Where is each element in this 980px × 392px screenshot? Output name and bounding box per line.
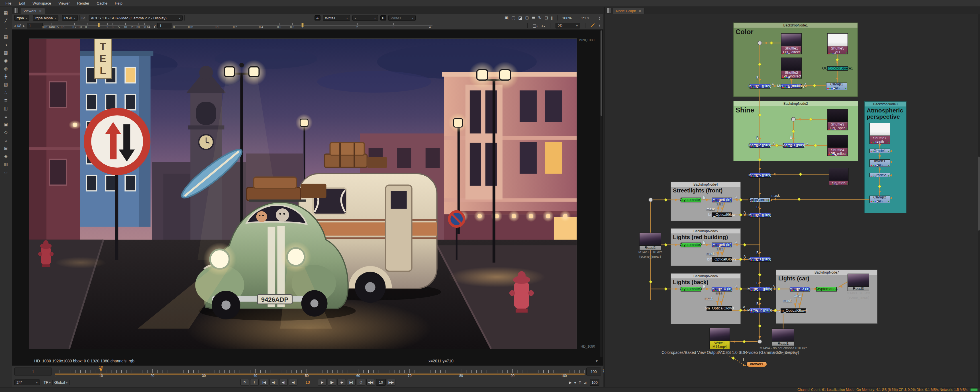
zoom-level[interactable]: 100% bbox=[562, 16, 571, 20]
node-merge11[interactable]: Merge11 (plus) bbox=[749, 287, 770, 292]
plugins-tool-icon[interactable]: ○ bbox=[2, 137, 10, 143]
channel-select[interactable]: RGB▾ bbox=[62, 15, 78, 21]
node-shuffle2[interactable]: Shuffle2LPE_indirect bbox=[781, 57, 802, 79]
gain-slider-handle[interactable] bbox=[98, 23, 100, 27]
out-point-button[interactable]: O bbox=[357, 379, 365, 386]
gain-field[interactable]: 1 bbox=[27, 23, 43, 29]
record-icon[interactable]: ● bbox=[574, 380, 576, 385]
node-invert1[interactable]: Invert1(all) bbox=[869, 159, 890, 167]
range-slider-icon[interactable]: ⊿ bbox=[584, 380, 587, 385]
particles-tool-icon[interactable]: ∴ bbox=[2, 89, 10, 96]
timeline-ruler[interactable]: 110203040506070809010010 bbox=[55, 367, 585, 377]
gamma-field[interactable]: 1 bbox=[157, 23, 172, 29]
alpha-layer-select[interactable]: rgba.alpha▾ bbox=[33, 15, 58, 21]
node-bm_opticalglow2[interactable]: bm_OpticalGlow2 bbox=[712, 257, 732, 262]
node-shuffle1[interactable]: Shuffle1LPE_direct bbox=[781, 33, 802, 54]
goto-start-button[interactable]: |◀ bbox=[260, 379, 268, 386]
gamma-slider-handle[interactable] bbox=[302, 23, 304, 27]
toolsets-tool-icon[interactable]: ▣ bbox=[2, 121, 10, 127]
goto-end-button[interactable]: ▶| bbox=[347, 379, 356, 386]
node-clamp1[interactable]: Clamp1(all) bbox=[826, 83, 847, 90]
close-icon[interactable]: ✕ bbox=[638, 9, 641, 13]
node-shuffle7[interactable]: Shuffle7depth bbox=[869, 123, 890, 144]
fstop-increase-icon[interactable]: ▸ bbox=[23, 24, 25, 28]
frame-increment-field[interactable]: 10 bbox=[376, 379, 386, 386]
a-input-select[interactable]: Write1▾ bbox=[323, 15, 350, 21]
node-merge5[interactable]: Merge5 (plus) bbox=[749, 173, 770, 178]
node-merge13[interactable]: Merge13 (in) bbox=[790, 287, 810, 292]
pause-icon[interactable]: ‖ bbox=[551, 16, 553, 21]
frame-display-icon[interactable]: ▣ bbox=[504, 15, 509, 21]
layer-stack-icon[interactable]: ≣ bbox=[531, 15, 535, 21]
merge-tool-icon[interactable]: ◎ bbox=[2, 65, 10, 72]
menu-cache[interactable]: Cache bbox=[93, 0, 111, 7]
pane-grip-icon[interactable] bbox=[607, 8, 611, 13]
node-clamp2[interactable]: Clamp2(all) bbox=[869, 195, 890, 203]
info-bar-chevron-icon[interactable]: ▾ bbox=[596, 359, 598, 363]
viewer-canvas[interactable]: TEL bbox=[12, 30, 603, 365]
node-grade2[interactable]: Grade2 bbox=[869, 173, 890, 177]
loop-mode-button[interactable]: ↻ bbox=[240, 379, 249, 386]
step-back-button[interactable]: ◀| bbox=[279, 379, 288, 386]
lock-range-icon[interactable]: ⊓ bbox=[579, 380, 581, 385]
step-forward-button[interactable]: |▶ bbox=[328, 379, 336, 386]
roi-icon[interactable]: ⊡ bbox=[544, 15, 548, 21]
node-grade1[interactable]: Grade1 bbox=[869, 149, 890, 153]
node-write1[interactable]: Write1M14.mp4 bbox=[710, 328, 730, 349]
range-mode-select[interactable]: Global ▾ bbox=[54, 380, 67, 385]
keyer-tool-icon[interactable]: ◉ bbox=[2, 57, 10, 64]
image-tool-icon[interactable]: ▦ bbox=[2, 10, 10, 16]
node-read3[interactable]: Read3M14v3_010.exr(scene_linear) bbox=[848, 274, 869, 300]
time-tool-icon[interactable]: ◔ bbox=[2, 25, 10, 32]
transform-handles-icon[interactable]: +▾ bbox=[541, 23, 545, 28]
skip-forward-button[interactable]: ▶▶ bbox=[387, 379, 395, 386]
node-merge3[interactable]: Merge3 (plus) bbox=[783, 143, 804, 148]
range-start-field[interactable]: 1 bbox=[14, 368, 52, 376]
ab-mode-select[interactable]: -▾ bbox=[352, 15, 378, 21]
node-merge4[interactable]: Merge4 (multiply) bbox=[781, 84, 802, 89]
deep-tool-icon[interactable]: ≣ bbox=[2, 97, 10, 104]
node-merge7[interactable]: Merge7 (plus) bbox=[749, 213, 770, 217]
node-merge2[interactable]: Merge2 (plus) bbox=[749, 143, 770, 148]
node-read2[interactable]: Read2M14v3_010.exr(scene_linear) bbox=[639, 233, 661, 259]
draw-tool-icon[interactable]: ╱ bbox=[2, 17, 10, 24]
input-process-toggle[interactable]: IP bbox=[81, 16, 85, 20]
menu-viewer[interactable]: Viewer bbox=[55, 0, 73, 7]
gamma-slider[interactable]: 00.010.10.20.40.60.81234 bbox=[173, 23, 433, 29]
node-cryptomatte4[interactable]: Cryptomatte4 bbox=[816, 287, 837, 292]
menu-file[interactable]: File bbox=[2, 0, 15, 7]
node-merge12[interactable]: Merge12 (plus) bbox=[749, 308, 770, 313]
in-point-button[interactable]: I bbox=[250, 379, 259, 386]
node-cryptomatte3[interactable]: Cryptomatte3 bbox=[681, 287, 701, 292]
b-input-select[interactable]: Write1▾ bbox=[388, 15, 416, 21]
color-tool-icon[interactable]: ◑ bbox=[2, 41, 10, 48]
menu-render[interactable]: Render bbox=[73, 0, 93, 7]
range-end-field[interactable]: 100 bbox=[590, 379, 600, 386]
gain-slider[interactable]: 0.0156250.030.050.10.20.30.5123510203050… bbox=[44, 23, 150, 29]
display-transform-select[interactable]: ACES 1.0 - SDR-video (Gamma 2.2 - Displa… bbox=[89, 15, 183, 21]
viewer-scrollbar[interactable] bbox=[600, 30, 603, 357]
node-bm_opticalglow3[interactable]: bm_OpticalGlow3 bbox=[706, 306, 732, 311]
node-bm_opticalglow1[interactable]: bm_OpticalGlow bbox=[712, 212, 732, 217]
range-end-display[interactable]: 100 bbox=[586, 368, 601, 376]
fstop-decrease-icon[interactable]: ◂ bbox=[14, 24, 16, 28]
composite-icon[interactable]: ⊟ bbox=[525, 15, 529, 21]
node-merge9[interactable]: Merge9 (plus) bbox=[749, 257, 770, 262]
3d-tool-icon[interactable]: ▧ bbox=[2, 81, 10, 88]
collapse-toolbar-icon[interactable]: ∨∨ bbox=[598, 16, 601, 20]
prev-keyframe-button[interactable]: ◀· bbox=[269, 379, 278, 386]
wipe-icon[interactable]: ◪ bbox=[518, 15, 522, 21]
playback-viewer-icon[interactable]: ▶ bbox=[569, 380, 572, 385]
transform-tool-icon[interactable]: ╋ bbox=[2, 73, 10, 80]
pixel-aspect-select[interactable]: 1:1 ▾ bbox=[581, 16, 589, 20]
node-shuffle5[interactable]: Shuffle5AO bbox=[827, 33, 848, 54]
node-cryptomatte1[interactable]: Cryptomatte1 bbox=[681, 198, 701, 202]
node-shuffle4[interactable]: Shuffle4LPE_reflect bbox=[827, 135, 848, 156]
filter-tool-icon[interactable]: ▩ bbox=[2, 49, 10, 56]
furnace-tool-icon[interactable]: ▥ bbox=[2, 161, 10, 167]
ofx-tool-icon[interactable]: ◈ bbox=[2, 153, 10, 159]
next-keyframe-button[interactable]: ·▶ bbox=[337, 379, 346, 386]
other-tool-icon[interactable]: ◇ bbox=[2, 129, 10, 135]
menu-help[interactable]: Help bbox=[111, 0, 126, 7]
proxy-mode-icon[interactable]: ▢ bbox=[511, 15, 515, 21]
